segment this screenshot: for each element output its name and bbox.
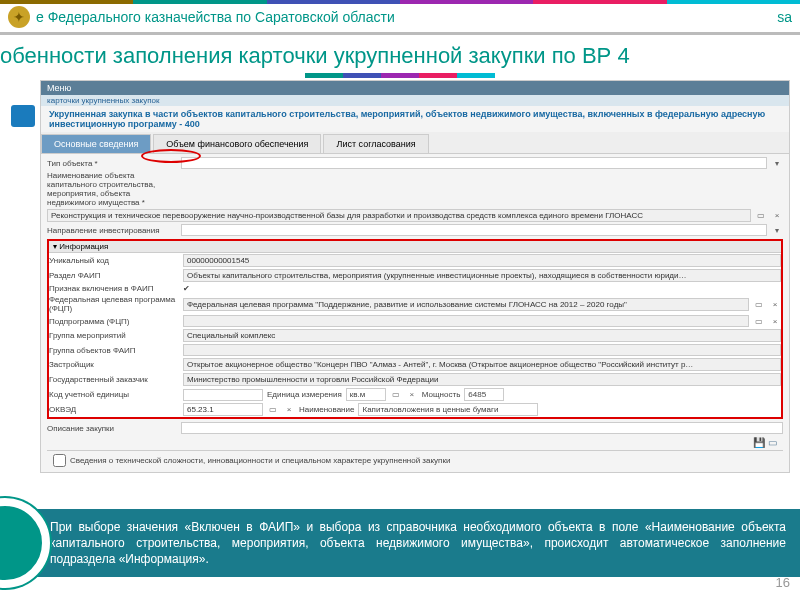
info-header: ▾ Информация [49,241,781,253]
breadcrumb: карточки укрупненных закупок [41,95,789,106]
direction-input[interactable] [181,224,767,236]
desc-label: Описание закупки [47,424,177,433]
complexity-checkbox[interactable] [53,454,66,467]
event-group: Специальный комплекс [183,329,781,342]
page-number: 16 [776,575,790,590]
slide-title: обенности заполнения карточки укрупненно… [0,35,800,73]
book-icon[interactable]: ▭ [753,300,765,309]
tab-main-info[interactable]: Основные сведения [41,134,151,153]
clear-icon[interactable]: × [406,390,418,399]
chevron-down-icon[interactable]: ▾ [771,159,783,168]
toolbar-icons: 💾 ▭ [47,435,783,450]
chevron-down-icon[interactable]: ▾ [771,226,783,235]
document-title: Укрупненная закупка в части объектов кап… [41,106,789,132]
clear-icon[interactable]: × [769,300,781,309]
okved-name: Капиталовложения в ценные бумаги [358,403,538,416]
direction-label: Направление инвестирования [47,226,177,235]
menu-label[interactable]: Меню [47,83,71,93]
clear-icon[interactable]: × [771,211,783,220]
app-menu-bar: Меню [41,81,789,95]
book-icon[interactable]: ▭ [390,390,402,399]
name-label: Наименование объекта капитального строит… [47,171,177,207]
info-panel: ▾ Информация Уникальный код0000000000154… [47,239,783,419]
power-value[interactable]: 6485 [464,388,504,401]
header: ✦ е Федерального казначейства по Саратов… [0,4,800,35]
book-icon[interactable]: ▭ [753,317,765,326]
book-icon[interactable]: ▭ [755,211,767,220]
save-icon[interactable]: 💾 [753,437,765,448]
ftp-value: Федеральная целевая программа "Поддержан… [183,298,749,311]
gov-client: Министерство промышленности и торговли Р… [183,373,781,386]
site-fragment: sa [777,9,792,25]
tab-approval[interactable]: Лист согласования [323,134,428,153]
okved-value[interactable]: 65.23.1 [183,403,263,416]
type-input[interactable] [181,157,767,169]
name-value[interactable]: Реконструкция и техническое перевооружен… [47,209,751,222]
desc-input[interactable] [181,422,783,434]
faip-checkbox[interactable]: ✔ [183,284,190,293]
form-body: Тип объекта * ▾ Наименование объекта кап… [41,154,789,472]
book-icon[interactable]: ▭ [267,405,279,414]
clear-icon[interactable]: × [769,317,781,326]
sidebar-fragment-icon [11,105,35,127]
decorative-stripe [0,0,800,4]
unit-value[interactable]: кв.м [346,388,386,401]
annotation-ellipse [141,149,201,163]
open-icon[interactable]: ▭ [768,437,777,448]
complexity-label: Сведения о технической сложности, иннова… [70,456,450,465]
org-name: е Федерального казначейства по Саратовск… [36,9,395,25]
embedded-screenshot: Меню карточки укрупненных закупок Укрупн… [40,80,790,473]
tab-bar: Основные сведения Объем финансового обес… [41,132,789,154]
object-group [183,344,781,356]
emblem-icon: ✦ [8,6,30,28]
clear-icon[interactable]: × [283,405,295,414]
subprogram [183,315,749,327]
acct-code[interactable] [183,389,263,401]
developer: Открытое акционерное общество "Концерн П… [183,358,781,371]
callout-text: При выборе значения «Включен в ФАИП» и в… [20,509,800,578]
unique-code: 00000000001545 [183,254,781,267]
faip-section: Объекты капитального строительства, меро… [183,269,781,282]
title-divider [0,73,800,78]
callout: При выборе значения «Включен в ФАИП» и в… [0,498,800,588]
